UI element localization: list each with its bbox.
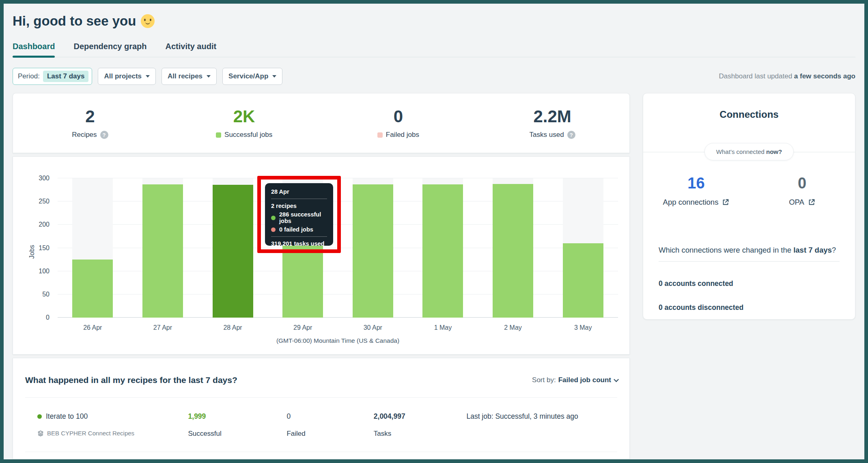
question-text-bold: last 7 days [793, 246, 832, 254]
bar[interactable] [142, 184, 183, 318]
chart-yticks: 050100150200250300 [32, 178, 54, 318]
stat-value: 2 [13, 107, 167, 126]
period-filter[interactable]: Period: Last 7 days [13, 68, 92, 85]
connections-divider: What’s connected now? [643, 143, 855, 161]
x-axis-label: 1 May [408, 324, 478, 331]
question-text: Which connections were changed in the [659, 246, 793, 254]
smiley-emoji-icon [141, 14, 155, 28]
tab-dashboard[interactable]: Dashboard [13, 42, 55, 57]
y-axis-tick: 250 [28, 198, 50, 205]
help-question-icon[interactable]: ? [567, 131, 575, 139]
failed-count: 0 [286, 412, 373, 421]
successful-label: Successful [188, 430, 287, 438]
x-axis-label: 28 Apr [198, 324, 268, 331]
recipe-name[interactable]: Iterate to 100 [46, 412, 88, 421]
stat-tasks-used: 2.2MTasks used? [475, 107, 629, 139]
chart-bar-27-apr[interactable] [128, 178, 198, 318]
bar[interactable] [493, 184, 533, 318]
green-swatch-icon [216, 132, 221, 138]
tooltip-failed: 0 failed jobs [279, 226, 313, 233]
period-filter-value[interactable]: Last 7 days [43, 71, 89, 82]
tab-bar: DashboardDependency graphActivity audit [13, 42, 855, 57]
bar[interactable] [72, 260, 113, 318]
stat-value: 2.2M [475, 107, 629, 126]
y-axis-tick: 100 [28, 268, 50, 275]
chart-bar-30-apr[interactable] [338, 178, 408, 318]
accounts-connected-status: 0 accounts connected [643, 279, 855, 288]
recipes-list: Iterate to 100BEB CYPHER Connect Recipes… [25, 398, 617, 452]
last-updated-value: a few seconds ago [794, 72, 855, 80]
chart-bar-3-may[interactable] [548, 178, 618, 318]
chart-plot: 28 Apr 2 recipes 286 successful jobs 0 f… [58, 178, 618, 318]
caret-down-icon [272, 75, 276, 78]
accounts-disconnected-status: 0 accounts disconnected [643, 303, 855, 312]
successful-jobs-dot-icon [271, 216, 276, 220]
recipes-section-heading: What happened in all my recipes for the … [25, 375, 532, 385]
tooltip-date: 28 Apr [271, 188, 327, 195]
dropdown-label: All recipes [168, 72, 202, 80]
dropdown-label: Service/App [228, 72, 268, 80]
all-projects-dropdown[interactable]: All projects [98, 68, 156, 85]
external-link-icon [808, 199, 815, 206]
recipe-project[interactable]: BEB CYPHER Connect Recipes [47, 430, 134, 437]
x-axis-label: 2 May [478, 324, 548, 331]
sort-by-dropdown[interactable]: Sort by: Failed job count [532, 376, 617, 384]
sort-by-value: Failed job count [558, 376, 611, 384]
connections-card: Connections What’s connected now? 16 App… [643, 93, 855, 320]
y-axis-tick: 300 [28, 175, 50, 182]
bar[interactable] [353, 184, 393, 318]
bar[interactable] [282, 244, 323, 318]
tasks-label: Tasks [374, 430, 467, 438]
caret-down-icon [207, 75, 211, 78]
connections-changed-block: Which connections were changed in the la… [643, 246, 855, 262]
app-connections-link[interactable]: App connections [663, 198, 730, 207]
opa-count: 0 [749, 175, 855, 192]
x-axis-label: 30 Apr [338, 324, 408, 331]
app-window: Hi, good to see you DashboardDependency … [0, 0, 868, 463]
chart-tooltip: 28 Apr 2 recipes 286 successful jobs 0 f… [265, 183, 333, 246]
service-app-dropdown[interactable]: Service/App [222, 68, 282, 85]
chevron-down-icon [614, 377, 619, 382]
x-axis-label: 27 Apr [128, 324, 198, 331]
recipe-row[interactable]: Iterate to 100BEB CYPHER Connect Recipes… [25, 398, 617, 452]
tab-activity-audit[interactable]: Activity audit [166, 42, 217, 57]
chart-bar-1-may[interactable] [408, 178, 478, 318]
stat-label: Recipes? [13, 131, 167, 139]
x-axis-label: 26 Apr [58, 324, 128, 331]
y-axis-tick: 50 [28, 291, 50, 298]
recipe-name-cell: Iterate to 100BEB CYPHER Connect Recipes [37, 412, 188, 438]
period-filter-label: Period: [18, 72, 40, 80]
stat-value: 2K [167, 107, 321, 126]
last-updated-prefix: Dashboard last updated [719, 72, 794, 80]
opa-link[interactable]: OPA [789, 198, 815, 207]
last-updated-status: Dashboard last updated a few seconds ago [719, 72, 855, 80]
chart-bar-26-apr[interactable] [58, 178, 128, 318]
connections-stats: 16 App connections 0 OPA [643, 175, 855, 207]
failed-jobs-dot-icon [271, 227, 276, 232]
chart-bar-2-may[interactable] [478, 178, 548, 318]
all-recipes-dropdown[interactable]: All recipes [162, 68, 217, 85]
bar[interactable] [563, 243, 603, 318]
summary-stats-card: 2Recipes?2KSuccessful jobs0Failed jobs2.… [13, 93, 630, 153]
tasks-count: 2,004,997 [374, 412, 467, 421]
x-axis-label: 29 Apr [268, 324, 338, 331]
stat-value: 0 [321, 107, 476, 126]
filter-bar: Period: Last 7 days All projectsAll reci… [13, 68, 855, 85]
tab-dependency-graph[interactable]: Dependency graph [73, 42, 146, 57]
successful-count: 1,999 [188, 412, 287, 421]
x-axis-label: 3 May [548, 324, 618, 331]
tooltip-recipes: 2 recipes [271, 203, 327, 209]
dropdown-label: All projects [104, 72, 142, 80]
bar[interactable] [422, 184, 463, 318]
help-question-icon[interactable]: ? [100, 131, 108, 139]
whats-connected-pill[interactable]: What’s connected now? [704, 143, 794, 160]
project-layers-icon [37, 430, 44, 437]
timezone-note: (GMT-06:00) Mountain Time (US & Canada) [58, 337, 618, 344]
chart-xlabels: 26 Apr27 Apr28 Apr29 Apr30 Apr1 May2 May… [58, 324, 618, 331]
failed-label: Failed [286, 430, 373, 438]
app-connections-label: App connections [663, 198, 719, 207]
y-axis-tick: 200 [28, 221, 50, 228]
bar[interactable] [213, 185, 253, 318]
question-text-suffix: ? [832, 246, 836, 254]
tooltip-tasks: 319,201 tasks used [271, 240, 327, 247]
